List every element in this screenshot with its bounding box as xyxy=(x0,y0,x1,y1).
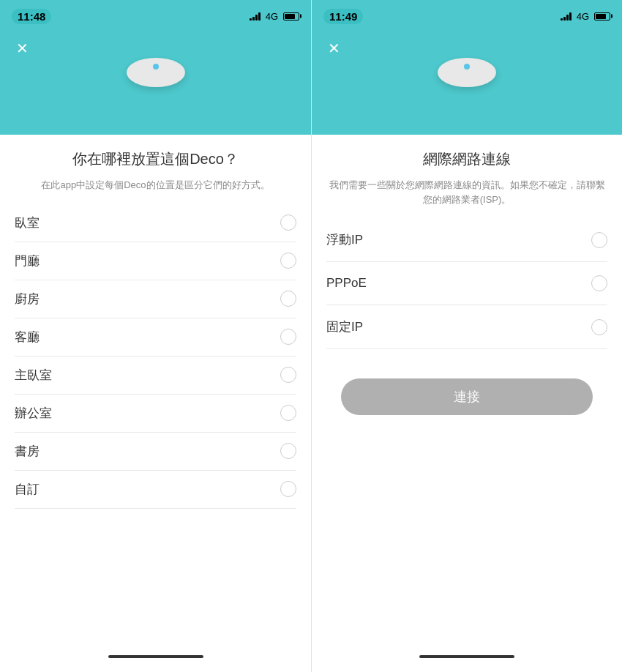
right-content: 網際網路連線 我們需要一些關於您網際網路連線的資訊。如果您不確定，請聯繫您的網路… xyxy=(312,135,622,647)
radio-office[interactable] xyxy=(280,405,296,421)
radio-hallway[interactable] xyxy=(280,253,296,269)
location-label-kitchen: 廚房 xyxy=(15,291,40,307)
battery-icon xyxy=(283,12,299,20)
right-phone-panel: 11:49 4G ✕ 網際網路連線 我們需要一些關於您網際網路連線的資訊。如果您… xyxy=(311,0,622,672)
location-item-hallway[interactable]: 門廳 xyxy=(15,242,296,280)
connection-item-static_ip[interactable]: 固定IP xyxy=(326,305,607,349)
location-item-custom[interactable]: 自訂 xyxy=(15,471,296,509)
radio-study[interactable] xyxy=(280,443,296,459)
connection-item-dynamic_ip[interactable]: 浮動IP xyxy=(326,218,607,262)
left-page-title: 你在哪裡放置這個Deco？ xyxy=(15,149,296,169)
signal-icon xyxy=(250,12,261,20)
location-label-study: 書房 xyxy=(15,443,40,460)
right-time: 11:49 xyxy=(323,9,363,24)
radio-master_bedroom[interactable] xyxy=(280,367,296,383)
location-item-master_bedroom[interactable]: 主臥室 xyxy=(15,356,296,395)
radio-custom[interactable] xyxy=(280,481,296,497)
location-label-bedroom: 臥室 xyxy=(15,214,40,231)
radio-static_ip[interactable] xyxy=(591,319,607,335)
right-page-subtitle: 我們需要一些關於您網際網路連線的資訊。如果您不確定，請聯繫您的網路業者(ISP)… xyxy=(326,178,607,206)
right-deco-device-icon xyxy=(434,40,500,105)
location-label-master_bedroom: 主臥室 xyxy=(15,367,52,384)
right-page-title: 網際網路連線 xyxy=(326,149,607,169)
connection-item-pppoe[interactable]: PPPoE xyxy=(326,262,607,305)
right-close-button[interactable]: ✕ xyxy=(323,38,344,59)
location-list: 臥室 門廳 廚房 客廳 主臥室 辦公室 書房 自訂 xyxy=(15,204,296,509)
deco-device-icon xyxy=(123,40,189,105)
right-status-bar: 11:49 4G xyxy=(312,0,622,32)
radio-kitchen[interactable] xyxy=(280,291,296,307)
right-network-label: 4G xyxy=(577,11,589,22)
connection-label-static_ip: 固定IP xyxy=(326,318,363,335)
location-item-office[interactable]: 辦公室 xyxy=(15,395,296,433)
connect-button[interactable]: 連接 xyxy=(341,378,593,415)
left-phone-panel: 11:48 4G ✕ 你在哪裡放置這個Deco？ 在此app中設定每個Deco的… xyxy=(0,0,311,672)
left-bottom-indicator xyxy=(0,647,311,672)
connection-label-pppoe: PPPoE xyxy=(326,276,367,291)
location-item-living_room[interactable]: 客廳 xyxy=(15,318,296,356)
right-deco-device xyxy=(438,58,496,87)
location-label-hallway: 門廳 xyxy=(15,253,40,269)
right-status-icons: 4G xyxy=(561,11,610,22)
location-item-kitchen[interactable]: 廚房 xyxy=(15,280,296,318)
deco-device xyxy=(127,58,185,87)
radio-living_room[interactable] xyxy=(280,329,296,345)
left-time: 11:48 xyxy=(12,9,51,24)
connection-label-dynamic_ip: 浮動IP xyxy=(326,231,363,248)
location-label-office: 辦公室 xyxy=(15,405,52,422)
radio-dynamic_ip[interactable] xyxy=(591,232,607,248)
left-content: 你在哪裡放置這個Deco？ 在此app中設定每個Deco的位置是區分它們的好方式… xyxy=(0,135,311,647)
left-home-indicator xyxy=(108,655,203,658)
right-home-indicator xyxy=(419,655,514,658)
right-signal-icon xyxy=(561,12,572,20)
right-battery-icon xyxy=(594,12,610,20)
left-page-subtitle: 在此app中設定每個Deco的位置是區分它們的好方式。 xyxy=(15,178,296,193)
network-label: 4G xyxy=(266,11,278,22)
radio-bedroom[interactable] xyxy=(280,214,296,231)
location-label-living_room: 客廳 xyxy=(15,329,40,346)
connection-list: 浮動IP PPPoE 固定IP xyxy=(326,218,607,349)
left-status-icons: 4G xyxy=(250,11,299,22)
left-close-button[interactable]: ✕ xyxy=(12,38,32,59)
radio-pppoe[interactable] xyxy=(591,275,607,291)
location-item-bedroom[interactable]: 臥室 xyxy=(15,204,296,242)
left-status-bar: 11:48 4G xyxy=(0,0,311,32)
location-label-custom: 自訂 xyxy=(15,481,40,498)
location-item-study[interactable]: 書房 xyxy=(15,433,296,471)
right-bottom-indicator xyxy=(312,647,622,672)
right-header: ✕ xyxy=(312,32,622,135)
left-header: ✕ xyxy=(0,32,311,135)
